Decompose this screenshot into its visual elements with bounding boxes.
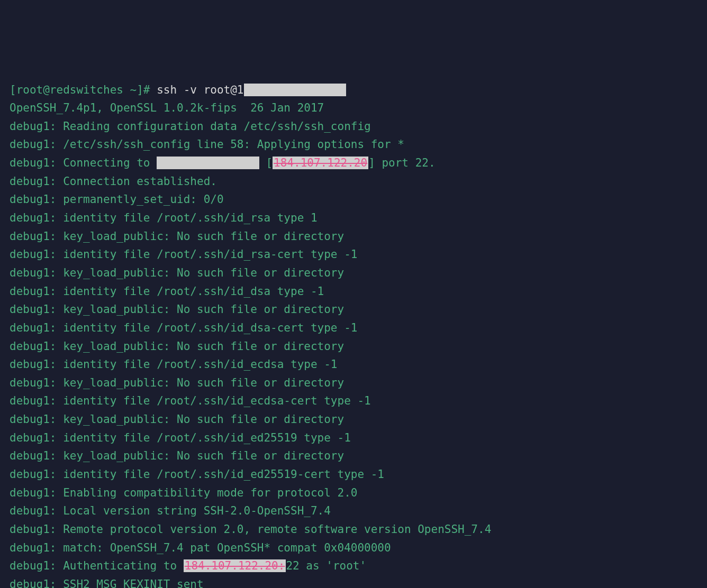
output-line: debug1: key_load_public: No such file or…: [10, 410, 697, 429]
text-segment: debug1: Authenticating to: [10, 559, 184, 572]
output-line: debug1: SSH2_MSG_KEXINIT sent: [10, 575, 697, 588]
output-line: debug1: Enabling compatibility mode for …: [10, 484, 697, 502]
terminal-output[interactable]: [root@redswitches ~]# ssh -v root@1 Open…: [10, 81, 697, 588]
redacted-ip: 184.107.122.20:: [184, 559, 286, 572]
prompt-line: [root@redswitches ~]# ssh -v root@1: [10, 81, 697, 99]
command-text: ssh -v root@1: [157, 84, 243, 96]
output-line: debug1: Local version string SSH-2.0-Ope…: [10, 502, 697, 520]
output-line: debug1: key_load_public: No such file or…: [10, 447, 697, 465]
redacted-host: [244, 84, 347, 96]
output-line: debug1: identity file /root/.ssh/id_dsa-…: [10, 319, 697, 337]
text-segment: debug1: Connecting to: [10, 157, 157, 169]
output-line: debug1: identity file /root/.ssh/id_ed25…: [10, 429, 697, 447]
output-line: debug1: identity file /root/.ssh/id_ecds…: [10, 392, 697, 410]
redacted-hostname: [157, 157, 259, 169]
text-segment: ] port 22.: [368, 157, 435, 169]
shell-prompt: [root@redswitches ~]#: [10, 84, 157, 96]
output-line: debug1: Reading configuration data /etc/…: [10, 117, 697, 136]
output-line: debug1: Remote protocol version 2.0, rem…: [10, 520, 697, 539]
output-line: debug1: identity file /root/.ssh/id_dsa …: [10, 282, 697, 301]
output-line: debug1: Connection established.: [10, 172, 697, 191]
output-line: debug1: Authenticating to 184.107.122.20…: [10, 557, 697, 575]
text-segment: 22 as 'root': [286, 559, 366, 572]
output-line: debug1: key_load_public: No such file or…: [10, 227, 697, 246]
output-line: debug1: /etc/ssh/ssh_config line 58: App…: [10, 135, 697, 154]
output-line: debug1: match: OpenSSH_7.4 pat OpenSSH* …: [10, 539, 697, 557]
output-line: debug1: key_load_public: No such file or…: [10, 264, 697, 282]
output-line: debug1: key_load_public: No such file or…: [10, 300, 697, 319]
redacted-ip: 184.107.122.20: [273, 157, 368, 169]
output-line: debug1: identity file /root/.ssh/id_rsa …: [10, 209, 697, 227]
output-line: debug1: key_load_public: No such file or…: [10, 337, 697, 356]
output-line: debug1: key_load_public: No such file or…: [10, 374, 697, 392]
output-line: debug1: permanently_set_uid: 0/0: [10, 190, 697, 209]
output-line: OpenSSH_7.4p1, OpenSSL 1.0.2k-fips 26 Ja…: [10, 99, 697, 117]
text-segment: [: [259, 157, 273, 169]
output-line: debug1: Connecting to [184.107.122.20] p…: [10, 154, 697, 172]
output-line: debug1: identity file /root/.ssh/id_ecds…: [10, 355, 697, 374]
output-line: debug1: identity file /root/.ssh/id_rsa-…: [10, 245, 697, 264]
output-line: debug1: identity file /root/.ssh/id_ed25…: [10, 465, 697, 484]
